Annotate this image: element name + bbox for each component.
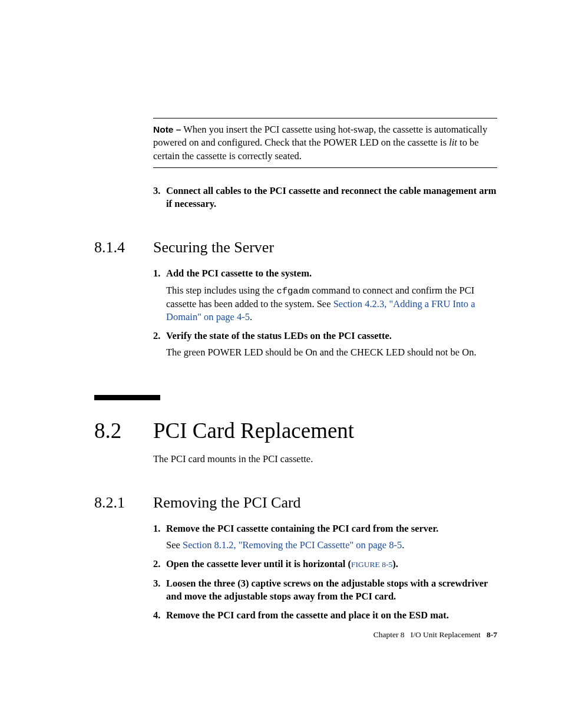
step-text: Verify the state of the status LEDs on t… — [166, 330, 497, 342]
heading-number: 8.1.4 — [94, 239, 153, 256]
page-content: Note – When you insert the PCI cassette … — [0, 0, 562, 622]
heading-8-1-4: 8.1.4 Securing the Server — [94, 239, 497, 256]
step-text: Remove the PCI card from the cassette an… — [166, 609, 497, 622]
step-number: 2. — [153, 558, 166, 571]
step-number: 2. — [153, 330, 166, 342]
heading-number: 8.2.1 — [94, 494, 153, 512]
step-text: Open the cassette lever until it is hori… — [166, 558, 497, 571]
footer-chapter: Chapter 8 — [373, 630, 405, 639]
heading-title: Securing the Server — [153, 239, 274, 256]
note-box: Note – When you insert the PCI cassette … — [153, 118, 497, 168]
step-number: 1. — [153, 267, 166, 280]
heading-8-2: 8.2 PCI Card Replacement — [94, 418, 497, 443]
section-8-2: 8.2 PCI Card Replacement The PCI card mo… — [94, 395, 497, 466]
note-text-a: When you insert the PCI cassette using h… — [153, 124, 487, 148]
note-label: Note – — [153, 124, 181, 134]
step-8-2-1-2: 2. Open the cassette lever until it is h… — [153, 558, 497, 571]
section-rule — [94, 395, 160, 400]
intro-text: The PCI card mounts in the PCI cassette. — [153, 453, 497, 466]
step-body: The green POWER LED should be On and the… — [166, 346, 497, 359]
step-text: Loosen the three (3) captive screws on t… — [166, 577, 497, 604]
heading-title: PCI Card Replacement — [153, 418, 354, 443]
footer-title: I/O Unit Replacement — [411, 630, 481, 639]
step-text: Add the PCI cassette to the system. — [166, 267, 497, 280]
heading-title: Removing the PCI Card — [153, 494, 301, 512]
heading-number: 8.2 — [94, 418, 153, 443]
heading-8-2-1: 8.2.1 Removing the PCI Card — [94, 494, 497, 512]
page-footer: Chapter 8 I/O Unit Replacement 8-7 — [373, 630, 497, 640]
step-8-1-4-2: 2. Verify the state of the status LEDs o… — [153, 330, 497, 360]
step-8-2-1-1: 1. Remove the PCI cassette containing th… — [153, 522, 497, 552]
step-body: This step includes using the cfgadm comm… — [166, 284, 497, 324]
footer-page-number: 8-7 — [487, 630, 497, 639]
figure-reference-link[interactable]: FIGURE 8-5 — [351, 560, 392, 569]
step-body: See Section 8.1.2, "Removing the PCI Cas… — [166, 539, 497, 552]
inline-code: cfgadm — [276, 286, 309, 297]
note-italic: lit — [449, 137, 457, 148]
step-text: Remove the PCI cassette containing the P… — [166, 522, 497, 535]
step-8-1-4-1: 1. Add the PCI cassette to the system. T… — [153, 267, 497, 324]
step-8-2-1-3: 3. Loosen the three (3) captive screws o… — [153, 577, 497, 604]
step-text: Connect all cables to the PCI cassette a… — [166, 185, 497, 211]
step-number: 3. — [153, 577, 166, 604]
step-8-1-3-3: 3. Connect all cables to the PCI cassett… — [153, 185, 497, 211]
step-number: 3. — [153, 185, 166, 211]
step-8-2-1-4: 4. Remove the PCI card from the cassette… — [153, 609, 497, 622]
cross-reference-link[interactable]: Section 8.1.2, "Removing the PCI Cassett… — [183, 539, 402, 551]
step-number: 4. — [153, 609, 166, 622]
step-number: 1. — [153, 522, 166, 535]
